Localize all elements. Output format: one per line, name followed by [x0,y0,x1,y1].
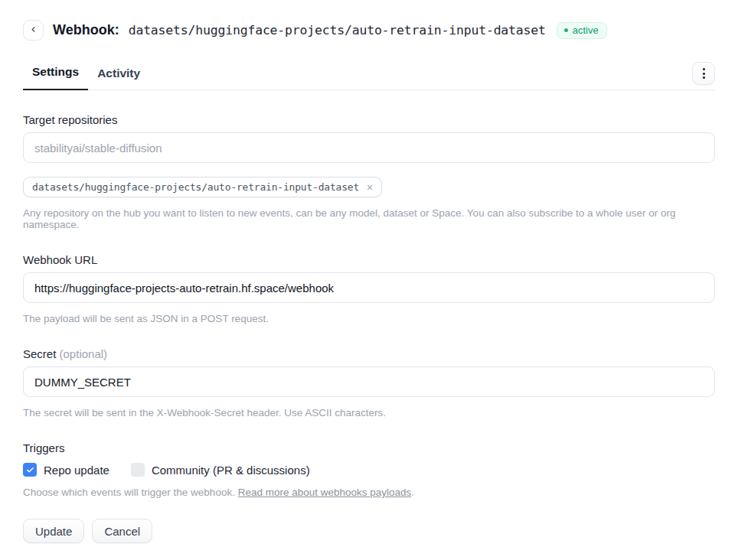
more-options-button[interactable] [692,62,715,85]
trigger-community-label: Community (PR & discussions) [152,464,310,477]
optional-hint: (optional) [60,347,108,360]
page-title: Webhook: [53,22,119,38]
tab-activity[interactable]: Activity [88,67,149,90]
back-button[interactable] [23,20,44,41]
webhook-url-help: The payload will be sent as JSON in a PO… [23,313,715,324]
status-badge-label: active [573,24,599,36]
page-header: Webhook: datasets/huggingface-projects/a… [23,20,715,41]
close-icon[interactable]: × [366,182,374,193]
checkbox-unchecked-icon[interactable] [131,463,145,477]
target-repositories-section: Target repositories datasets/huggingface… [23,113,715,230]
repo-chip-label: datasets/huggingface-projects/auto-retra… [32,181,359,193]
checkbox-checked-icon[interactable] [23,463,37,477]
webhook-url-input[interactable] [23,272,715,303]
update-button[interactable]: Update [23,519,84,543]
trigger-options: Repo update Community (PR & discussions) [23,463,715,477]
trigger-repo-update[interactable]: Repo update [23,463,109,477]
target-repositories-input[interactable] [23,132,715,163]
webhook-repo-name: datasets/huggingface-projects/auto-retra… [129,23,546,37]
cancel-button[interactable]: Cancel [92,519,152,543]
triggers-help: Choose which events will trigger the web… [23,487,715,498]
tab-settings[interactable]: Settings [23,65,88,90]
triggers-section: Triggers Repo update Community (PR & dis… [23,441,715,498]
secret-help: The secret will be sent in the X-Webhook… [23,407,715,418]
webhooks-payloads-link[interactable]: Read more about webhooks payloads [238,487,412,498]
webhook-url-label: Webhook URL [23,253,715,266]
kebab-menu-icon [703,68,705,79]
triggers-label: Triggers [23,441,715,454]
target-repositories-label: Target repositories [23,113,715,126]
secret-section: Secret (optional) The secret will be sen… [23,347,715,418]
trigger-repo-update-label: Repo update [44,464,109,477]
tab-bar: Settings Activity [23,62,715,90]
repo-chip: datasets/huggingface-projects/auto-retra… [23,177,382,197]
webhook-url-section: Webhook URL The payload will be sent as … [23,253,715,324]
selected-repo-chips: datasets/huggingface-projects/auto-retra… [23,177,715,197]
trigger-community[interactable]: Community (PR & discussions) [131,463,310,477]
secret-input[interactable] [23,366,715,397]
target-repositories-help: Any repository on the hub you want to li… [23,207,715,230]
form-actions: Update Cancel [23,519,715,543]
status-badge: active [557,22,607,39]
secret-label: Secret (optional) [23,347,715,360]
status-dot-icon [564,28,568,32]
webhook-settings-page: Webhook: datasets/huggingface-projects/a… [0,0,738,560]
chevron-left-icon [29,24,38,36]
